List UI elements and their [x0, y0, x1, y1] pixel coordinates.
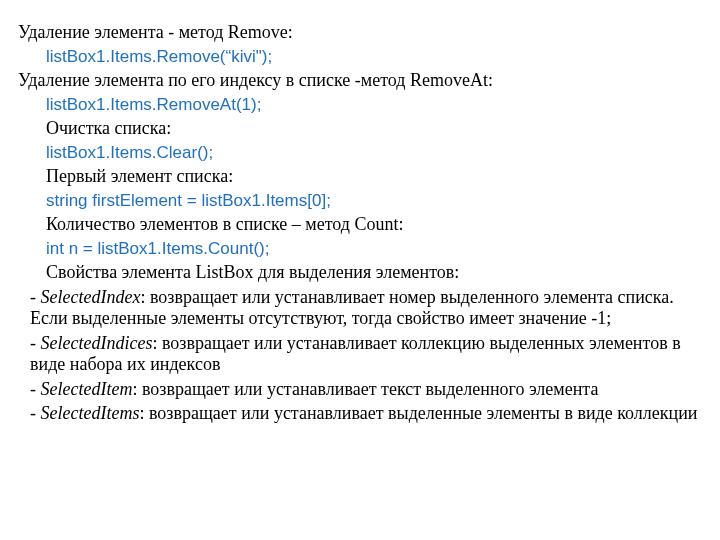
- text-listbox-properties-heading: Свойства элемента ListBox для выделения …: [18, 262, 702, 284]
- property-name-selecteditems: SelectedItems: [41, 403, 140, 423]
- code-clear: listBox1.Items.Clear();: [18, 143, 702, 163]
- code-count: int n = listBox1.Items.Count();: [18, 239, 702, 259]
- property-selectedindices: - SelectedIndices: возвращает или устана…: [18, 333, 702, 376]
- property-name-selectedindex: SelectedIndex: [41, 287, 141, 307]
- text-first-element-heading: Первый элемент списка:: [18, 166, 702, 188]
- code-remove: listBox1.Items.Remove(“kivi");: [18, 47, 702, 67]
- text-count-heading: Количество элементов в списке – метод Co…: [18, 214, 702, 236]
- property-desc-selecteditems: : возвращает или устанавливает выделенны…: [139, 403, 697, 423]
- property-selecteditem: - SelectedItem: возвращает или устанавли…: [18, 379, 702, 401]
- property-selectedindex: - SelectedIndex: возвращает или устанавл…: [18, 287, 702, 330]
- text-removeat-heading: Удаление элемента по его индексу в списк…: [18, 70, 702, 92]
- bullet-dash: -: [30, 287, 41, 307]
- code-removeat: listBox1.Items.RemoveAt(1);: [18, 95, 702, 115]
- bullet-dash: -: [30, 379, 41, 399]
- code-first-element: string firstElement = listBox1.Items[0];: [18, 191, 702, 211]
- document-page: Удаление элемента - метод Remove: listBo…: [0, 0, 720, 446]
- property-desc-selecteditem: : возвращает или устанавливает текст выд…: [132, 379, 598, 399]
- text-clear-heading: Очистка списка:: [18, 118, 702, 140]
- bullet-dash: -: [30, 403, 41, 423]
- bullet-dash: -: [30, 333, 41, 353]
- property-name-selectedindices: SelectedIndices: [41, 333, 153, 353]
- text-remove-method-heading: Удаление элемента - метод Remove:: [18, 22, 702, 44]
- property-selecteditems: - SelectedItems: возвращает или устанавл…: [18, 403, 702, 425]
- property-name-selecteditem: SelectedItem: [41, 379, 133, 399]
